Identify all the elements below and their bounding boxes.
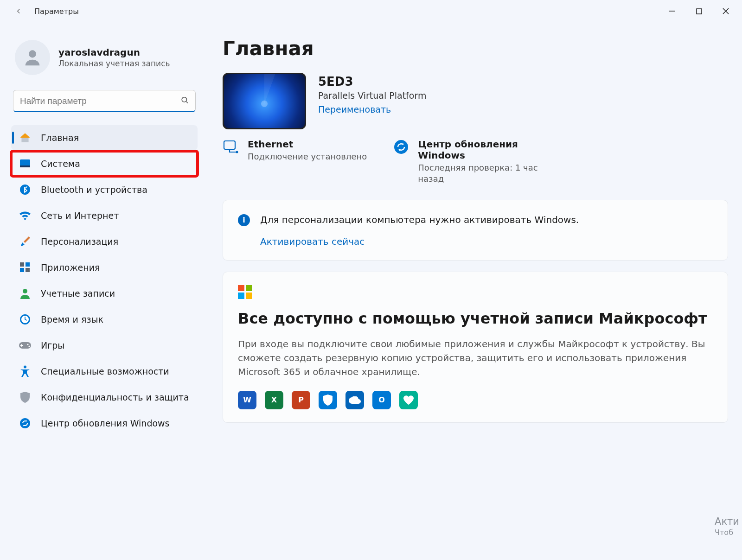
powerpoint-icon: P: [292, 391, 310, 409]
sidebar-item-label: Главная: [41, 133, 79, 143]
sidebar-item-label: Bluetooth и устройства: [41, 185, 147, 195]
info-icon: i: [238, 214, 250, 226]
sidebar-item-network[interactable]: Сеть и Интернет: [11, 203, 198, 228]
close-button[interactable]: [712, 2, 739, 20]
person-icon: [19, 287, 32, 300]
sidebar-item-gaming[interactable]: Игры: [11, 333, 198, 358]
svg-point-18: [20, 418, 30, 428]
svg-point-20: [236, 151, 238, 153]
app-title: Параметры: [34, 7, 79, 16]
update-sync-icon: [19, 417, 32, 430]
status-title: Ethernet: [248, 139, 367, 150]
gamepad-icon: [19, 339, 32, 352]
sidebar-item-label: Сеть и Интернет: [41, 210, 119, 221]
globe-clock-icon: [19, 313, 32, 326]
accessibility-icon: [19, 365, 32, 378]
microsoft-logo-icon: [238, 285, 252, 299]
update-sync-icon: [393, 139, 409, 155]
sidebar-item-label: Учетные записи: [41, 288, 115, 299]
svg-rect-0: [669, 11, 675, 12]
wifi-icon: [19, 209, 32, 222]
avatar: [15, 40, 50, 75]
svg-rect-5: [20, 165, 30, 167]
status-subtitle: Подключение установлено: [248, 151, 367, 162]
ethernet-icon: [223, 139, 239, 155]
sidebar-item-label: Конфиденциальность и защита: [41, 392, 189, 402]
sidebar-item-privacy[interactable]: Конфиденциальность и защита: [11, 385, 198, 410]
page-title: Главная: [223, 37, 728, 60]
rename-link[interactable]: Переименовать: [318, 104, 391, 115]
svg-point-21: [394, 140, 408, 154]
device-block: 5ED3 Parallels Virtual Platform Переимен…: [223, 73, 728, 129]
svg-point-2: [29, 50, 36, 57]
svg-rect-10: [26, 268, 30, 272]
outlook-icon: O: [372, 391, 391, 409]
ms-heading: Все доступно с помощью учетной записи Ма…: [238, 309, 713, 328]
sidebar-item-accounts[interactable]: Учетные записи: [11, 281, 198, 306]
family-heart-icon: [399, 391, 418, 409]
sidebar-item-label: Персонализация: [41, 236, 118, 247]
search-icon: [180, 96, 189, 107]
svg-point-16: [28, 345, 30, 347]
svg-rect-1: [697, 9, 702, 14]
sidebar-item-home[interactable]: Главная: [11, 125, 198, 150]
apps-icon: [19, 261, 32, 274]
maximize-button[interactable]: [685, 2, 712, 20]
svg-rect-7: [20, 262, 24, 267]
home-icon: [19, 131, 32, 144]
sidebar-item-label: Система: [41, 159, 80, 169]
profile-name: yaroslavdragun: [58, 47, 170, 58]
main-content: Главная 5ED3 Parallels Virtual Platform …: [204, 22, 742, 560]
profile-subtitle: Локальная учетная запись: [58, 59, 170, 68]
sidebar-item-bluetooth[interactable]: Bluetooth и устройства: [11, 177, 198, 202]
svg-rect-8: [26, 262, 30, 267]
status-subtitle: Последняя проверка: 1 час назад: [418, 162, 550, 185]
defender-shield-icon: [319, 391, 337, 409]
sidebar: yaroslavdragun Локальная учетная запись …: [0, 22, 204, 560]
minimize-button[interactable]: [659, 2, 685, 20]
sidebar-item-label: Специальные возможности: [41, 366, 169, 376]
sidebar-item-label: Игры: [41, 340, 64, 350]
svg-rect-19: [224, 141, 235, 149]
onedrive-cloud-icon: [345, 391, 364, 409]
sidebar-item-time-language[interactable]: Время и язык: [11, 307, 198, 332]
activate-now-link[interactable]: Активировать сейчас: [260, 236, 365, 247]
svg-point-17: [24, 366, 26, 369]
svg-point-15: [27, 344, 28, 345]
device-thumbnail: [223, 73, 306, 129]
sidebar-item-label: Центр обновления Windows: [41, 418, 170, 428]
sidebar-item-personalization[interactable]: Персонализация: [11, 229, 198, 254]
sidebar-item-label: Время и язык: [41, 314, 103, 325]
activation-message: Для персонализации компьютера нужно акти…: [260, 213, 579, 227]
back-button[interactable]: [11, 4, 26, 19]
svg-point-11: [23, 289, 27, 293]
ms-app-icons-row: WXPO: [238, 391, 713, 409]
paintbrush-icon: [19, 235, 32, 248]
profile-block[interactable]: yaroslavdragun Локальная учетная запись: [11, 31, 198, 90]
titlebar: Параметры: [0, 0, 742, 22]
status-title: Центр обновления Windows: [418, 139, 550, 161]
ms-body-text: При входе вы подключите свои любимые при…: [238, 337, 713, 379]
system-icon: [19, 157, 32, 170]
device-name: 5ED3: [318, 75, 426, 89]
sidebar-item-accessibility[interactable]: Специальные возможности: [11, 359, 198, 384]
device-platform: Parallels Virtual Platform: [318, 90, 426, 101]
bluetooth-icon: [19, 183, 32, 196]
sidebar-item-system[interactable]: Система: [11, 151, 198, 176]
status-windows-update[interactable]: Центр обновления Windows Последняя прове…: [393, 139, 550, 185]
svg-point-3: [182, 97, 186, 102]
svg-rect-9: [20, 268, 24, 272]
excel-icon: X: [265, 391, 283, 409]
sidebar-item-windows-update[interactable]: Центр обновления Windows: [11, 411, 198, 436]
svg-point-6: [20, 185, 30, 195]
microsoft-account-card: Все доступно с помощью учетной записи Ма…: [223, 272, 728, 423]
nav-list: Главная Система Bluetooth и устройства С…: [11, 125, 198, 436]
activation-card: i Для персонализации компьютера нужно ак…: [223, 200, 728, 261]
word-icon: W: [238, 391, 256, 409]
sidebar-item-apps[interactable]: Приложения: [11, 255, 198, 280]
search-input[interactable]: [13, 90, 196, 112]
svg-rect-4: [20, 159, 30, 166]
sidebar-item-label: Приложения: [41, 262, 100, 273]
shield-icon: [19, 391, 32, 404]
status-ethernet[interactable]: Ethernet Подключение установлено: [223, 139, 367, 185]
